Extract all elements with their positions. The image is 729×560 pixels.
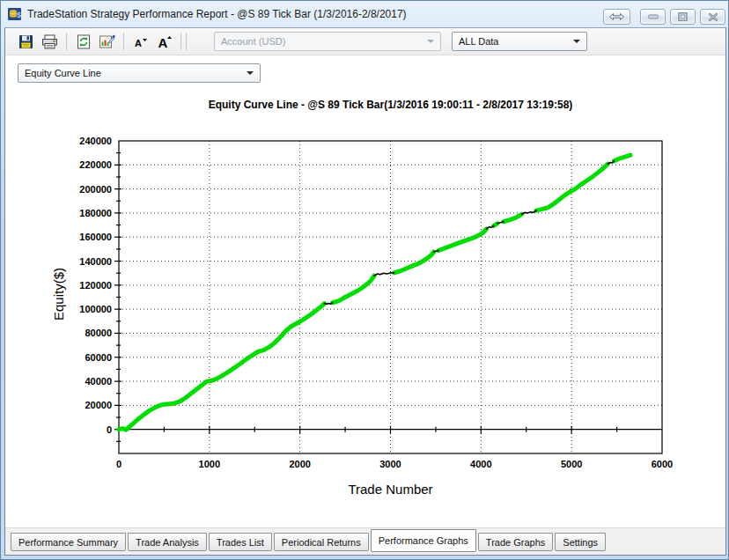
svg-text:0: 0 [116, 459, 122, 469]
tab-periodical-returns[interactable]: Periodical Returns [274, 533, 369, 551]
tab-trade-graphs[interactable]: Trade Graphs [478, 533, 553, 551]
minimize-button[interactable] [640, 9, 666, 25]
report-settings-button[interactable] [95, 31, 119, 53]
tab-performance-graphs[interactable]: Performance Graphs [371, 529, 476, 552]
chevron-down-icon [247, 71, 254, 78]
svg-text:140000: 140000 [79, 256, 112, 267]
data-range-dropdown[interactable]: ALL Data [452, 32, 587, 51]
toolbar: A A Account (USD) ALL Data [5, 28, 725, 55]
svg-text:120000: 120000 [79, 280, 112, 291]
window-title: TradeStation Strategy Performance Report… [27, 8, 407, 20]
svg-text:4000: 4000 [470, 459, 491, 469]
svg-text:5000: 5000 [561, 459, 582, 469]
increase-font-button[interactable]: A [152, 31, 176, 53]
refresh-report-button[interactable] [71, 31, 95, 53]
svg-text:200000: 200000 [79, 184, 112, 195]
horizontal-arrows-icon [609, 13, 624, 20]
account-dropdown: Account (USD) [214, 32, 441, 51]
svg-text:180000: 180000 [79, 208, 112, 218]
tab-trades-list[interactable]: Trades List [209, 533, 272, 551]
svg-text:A: A [158, 35, 167, 49]
toolbar-separator [66, 33, 67, 50]
chevron-down-icon [573, 40, 580, 47]
svg-text:1000: 1000 [199, 459, 220, 469]
data-range-dropdown-value: ALL Data [459, 36, 498, 47]
svg-text:80000: 80000 [85, 328, 112, 338]
font-decrease-icon: A [134, 35, 148, 48]
minimize-icon [648, 14, 659, 19]
svg-text:A: A [135, 38, 142, 48]
font-increase-icon: A [157, 34, 173, 49]
save-button[interactable] [14, 31, 38, 53]
tab-performance-summary[interactable]: Performance Summary [11, 533, 126, 551]
toolbar-separator [180, 33, 181, 50]
chart-title: Equity Curve Line - @S 89 Tick Bar(1/3/2… [119, 99, 662, 111]
print-button[interactable] [38, 31, 62, 53]
svg-text:240000: 240000 [79, 136, 112, 146]
graph-type-dropdown-value: Equity Curve Line [25, 68, 101, 78]
close-button[interactable] [700, 9, 725, 25]
svg-text:Equity($): Equity($) [51, 268, 66, 321]
toolbar-separator [123, 33, 124, 50]
report-settings-icon [99, 34, 115, 49]
save-icon [18, 34, 33, 49]
restore-button[interactable] [670, 9, 696, 25]
decrease-font-button[interactable]: A [129, 31, 152, 53]
chevron-down-icon [427, 40, 434, 47]
report-tabbar: Performance SummaryTrade AnalysisTrades … [5, 527, 725, 555]
tradestation-report-icon: $ [8, 7, 22, 21]
svg-text:220000: 220000 [79, 159, 112, 170]
svg-text:2000: 2000 [289, 459, 310, 469]
tab-trade-analysis[interactable]: Trade Analysis [128, 533, 207, 551]
refresh-icon [77, 34, 91, 49]
equity-curve-chart: 0200004000060000800001000001200001400001… [5, 134, 725, 502]
svg-text:60000: 60000 [85, 352, 112, 363]
svg-text:6000: 6000 [652, 459, 673, 469]
tradestation-report-window: $ TradeStation Strategy Performance Repo… [0, 0, 729, 560]
svg-text:40000: 40000 [85, 376, 112, 387]
graph-type-dropdown[interactable]: Equity Curve Line [18, 63, 261, 83]
horizontal-resize-button[interactable] [603, 9, 630, 25]
print-icon [41, 34, 58, 49]
svg-text:0: 0 [107, 424, 112, 435]
client-area: A A Account (USD) ALL Data [4, 27, 726, 556]
svg-text:Trade Number: Trade Number [348, 482, 432, 497]
titlebar: $ TradeStation Strategy Performance Repo… [1, 1, 728, 27]
toolbar-separator [186, 33, 187, 50]
svg-text:20000: 20000 [85, 400, 112, 410]
tab-settings[interactable]: Settings [555, 533, 606, 551]
svg-text:160000: 160000 [79, 232, 112, 242]
svg-text:3000: 3000 [379, 459, 401, 469]
svg-text:$: $ [17, 11, 21, 19]
restore-icon [678, 12, 688, 21]
svg-text:100000: 100000 [79, 304, 112, 314]
account-dropdown-value: Account (USD) [221, 36, 285, 47]
close-icon [709, 13, 718, 21]
